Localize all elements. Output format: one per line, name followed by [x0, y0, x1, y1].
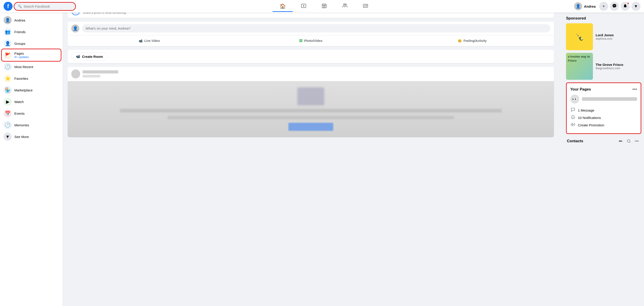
sponsored-section: Sponsored 🍾 Lord Jones sephora.com a fre… [566, 16, 641, 80]
stat-promotion-label: Create Promotion [578, 123, 604, 127]
search-input[interactable] [24, 4, 72, 8]
contacts-section: Contacts ••• [566, 138, 641, 144]
marketplace-icon: 🏪 [4, 86, 12, 94]
svg-point-3 [345, 4, 346, 5]
sidebar-watch-label: Watch [14, 100, 24, 104]
see-more-icon: ▼ [4, 132, 12, 141]
sidebar-item-marketplace[interactable]: 🏪 Marketplace [2, 84, 61, 96]
page-name-blurred [582, 97, 637, 101]
search-icon: 🔍 [18, 4, 22, 8]
contacts-title: Contacts [567, 139, 583, 143]
sidebar-groups-label: Groups [14, 42, 25, 46]
ad-lord-jones-name: Lord Jones [596, 33, 614, 37]
messenger-icon [612, 4, 617, 9]
create-room-button[interactable]: 📹 Create Room [71, 52, 108, 60]
add-button[interactable]: + [599, 2, 608, 11]
ad-grove-name: The Grove Frisco [596, 63, 623, 66]
messenger-button[interactable] [610, 2, 619, 11]
message-icon [570, 108, 576, 113]
right-panel: Sponsored 🍾 Lord Jones sephora.com a fre… [563, 12, 644, 144]
page-item: 👀 [570, 94, 637, 104]
ad-lord-jones[interactable]: 🍾 Lord Jones sephora.com [566, 23, 641, 50]
plus-icon: + [602, 4, 605, 9]
most-recent-icon: 🕐 [4, 63, 12, 71]
photo-video-button[interactable]: 🖼 Photo/Video [230, 37, 392, 44]
room-icon: 📹 [76, 54, 80, 58]
sidebar-pages-sublabel: 9+ updates [14, 55, 29, 59]
whats-on-mind-input[interactable]: What's on your mind, Andrea? [82, 24, 550, 32]
live-video-button[interactable]: 📹 Live Video [68, 37, 230, 44]
nav-marketplace[interactable] [314, 1, 334, 12]
post-card [68, 67, 554, 137]
svg-point-10 [627, 140, 630, 142]
live-video-icon: 📹 [139, 39, 142, 42]
gaming-icon [363, 3, 368, 10]
photo-video-icon: 🖼 [299, 39, 302, 42]
notification-dot [627, 2, 629, 4]
sidebar-pages-label: Pages [14, 52, 29, 55]
ad-lord-jones-url: sephora.com [596, 37, 614, 40]
sidebar-marketplace-label: Marketplace [14, 88, 33, 92]
your-pages-more-button[interactable]: ••• [632, 87, 637, 92]
groups-icon [342, 3, 348, 10]
bell-icon [623, 4, 628, 9]
svg-marker-9 [571, 123, 573, 126]
user-profile-chip[interactable]: Andrea [572, 1, 598, 11]
account-menu-button[interactable]: ▼ [632, 2, 640, 11]
stat-message[interactable]: 1 Message [570, 108, 637, 113]
sidebar-item-most-recent[interactable]: 🕐 Most Recent [2, 61, 61, 72]
sidebar-item-groups[interactable]: 👤 Groups [2, 38, 61, 49]
groups-icon: 👤 [4, 40, 12, 48]
svg-point-7 [366, 5, 367, 6]
favorites-icon: ⭐ [4, 74, 12, 82]
ad-grove-frisco-image: a fresher way to Frisco [566, 53, 593, 80]
sidebar-memories-label: Memories [14, 123, 29, 127]
watch-sidebar-icon: ▶ [4, 98, 12, 106]
header: f 🔍 🏠 [0, 0, 644, 12]
sidebar-item-favorites[interactable]: ⭐ Favorites [2, 72, 61, 84]
stat-notifications[interactable]: 10 Notifications [570, 115, 637, 120]
feeling-icon: 😊 [458, 39, 462, 42]
svg-marker-1 [303, 5, 304, 7]
sidebar-item-watch[interactable]: ▶ Watch [2, 96, 61, 108]
sidebar-events-label: Events [14, 112, 25, 115]
header-left: f 🔍 [4, 2, 75, 11]
contacts-video-button[interactable] [617, 138, 624, 144]
nav-home[interactable]: 🏠 [272, 2, 293, 11]
sidebar-item-events[interactable]: 📅 Events [2, 108, 61, 119]
sidebar-item-profile[interactable]: Andrea [2, 14, 61, 26]
page-avatar: 👀 [570, 94, 579, 104]
facebook-logo[interactable]: f [4, 2, 12, 11]
live-video-label: Live Video [144, 39, 160, 42]
main-feed: ＋ Create Story Share a photo or write so… [65, 0, 556, 144]
ad-grove-frisco[interactable]: a fresher way to Frisco The Grove Frisco… [566, 53, 641, 80]
contacts-more-button[interactable]: ••• [633, 138, 640, 144]
feeling-button[interactable]: 😊 Feeling/Activity [392, 37, 553, 44]
stat-promotion[interactable]: Create Promotion [570, 122, 637, 128]
stat-notifications-label: 10 Notifications [578, 116, 601, 120]
ad-lord-jones-image: 🍾 [566, 23, 593, 50]
memories-icon: 🕐 [4, 121, 12, 129]
marketplace-icon [322, 3, 327, 10]
create-room-card: 📹 Create Room [68, 50, 554, 63]
svg-point-2 [344, 4, 345, 5]
sidebar-profile-name: Andrea [14, 18, 25, 22]
home-icon: 🏠 [280, 3, 286, 9]
ad-grove-overlay-text: a fresher way to Frisco [568, 55, 591, 63]
contacts-search-button[interactable] [625, 138, 632, 144]
sidebar-most-recent-label: Most Recent [14, 65, 33, 69]
sidebar-item-memories[interactable]: 🕐 Memories [2, 119, 61, 131]
ad-grove-url: thegrovefrisco.com [596, 66, 623, 70]
sidebar-item-see-more[interactable]: ▼ See More [2, 131, 61, 142]
nav-groups[interactable] [335, 1, 355, 12]
sidebar-item-friends[interactable]: 👥 Friends [2, 26, 61, 38]
sidebar-item-pages[interactable]: 🚩 Pages 9+ updates [2, 49, 61, 61]
friends-icon: 👥 [4, 28, 12, 36]
notifications-button[interactable] [621, 2, 630, 11]
nav-watch[interactable] [294, 1, 314, 12]
search-box[interactable]: 🔍 [14, 3, 75, 10]
your-pages-section: Your Pages ••• 👀 1 Message 10 Notificati… [566, 82, 641, 134]
create-room-label: Create Room [82, 55, 103, 58]
nav-gaming[interactable] [356, 1, 375, 12]
user-avatar [574, 2, 582, 10]
